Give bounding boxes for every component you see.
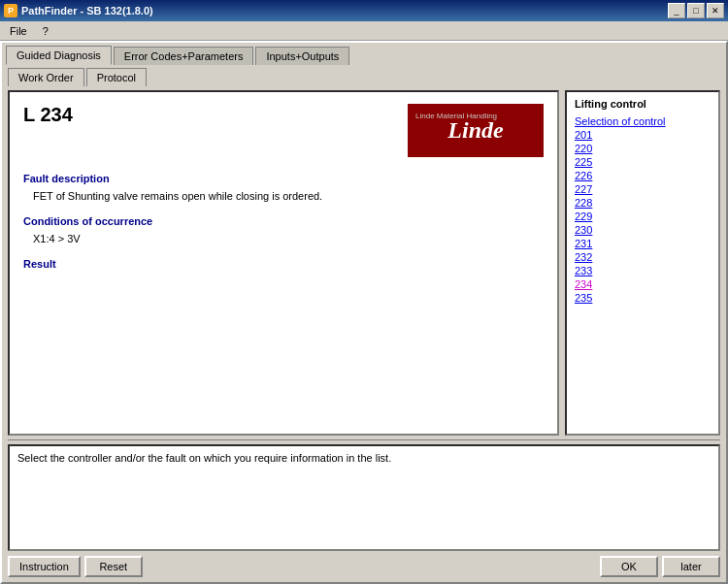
link-235[interactable]: 235 [575,292,711,304]
left-panel: L 234 Linde Material Handling Linde Faul… [8,90,559,436]
minimize-button[interactable]: _ [668,3,685,18]
later-button[interactable]: later [662,556,720,577]
fault-description-label: Fault description [23,173,544,184]
link-231[interactable]: 231 [575,238,711,249]
right-panel-title: Lifting control [575,98,711,110]
tab-error-codes[interactable]: Error Codes+Parameters [114,47,254,65]
bottom-text: Select the controller and/or the fault o… [17,452,391,464]
linde-logo-small-text: Linde Material Handling [415,112,497,120]
device-id: L 234 [23,104,73,126]
device-header: L 234 Linde Material Handling Linde [23,104,544,157]
left-panel-scroll[interactable]: L 234 Linde Material Handling Linde Faul… [10,92,557,434]
link-234[interactable]: 234 [575,278,711,290]
link-227[interactable]: 227 [575,183,711,195]
reset-button[interactable]: Reset [84,556,143,577]
main-tab-row: Guided Diagnosis Error Codes+Parameters … [2,43,726,64]
ok-button[interactable]: OK [600,556,658,577]
tab-guided-diagnosis[interactable]: Guided Diagnosis [6,46,112,65]
linde-logo: Linde Material Handling Linde [408,104,544,157]
window-controls: _ □ ✕ [668,3,724,18]
tab-work-order[interactable]: Work Order [8,68,84,86]
sub-tab-row: Work Order Protocol [2,64,726,86]
link-220[interactable]: 220 [575,143,711,154]
close-button[interactable]: ✕ [707,3,724,18]
tab-inputs-outputs[interactable]: Inputs+Outputs [255,47,349,65]
bottom-section: Select the controller and/or the fault o… [8,444,720,551]
link-229[interactable]: 229 [575,211,711,222]
linde-logo-main-text: Linde [447,117,503,144]
tab-protocol[interactable]: Protocol [86,68,147,86]
result-label: Result [23,258,544,270]
window-title: PathFinder - SB 132(1.8.0) [21,5,153,16]
link-225[interactable]: 225 [575,156,711,168]
divider [8,439,720,440]
menu-bar: File ? [0,21,728,41]
menu-file[interactable]: File [4,23,33,39]
menu-help[interactable]: ? [37,23,54,39]
conditions-label: Conditions of occurrence [23,215,544,227]
maximize-button[interactable]: □ [687,3,705,18]
link-201[interactable]: 201 [575,129,711,141]
fault-description-text: FET of Shunting valve remains open while… [33,190,544,202]
title-bar-left: P PathFinder - SB 132(1.8.0) [4,4,153,17]
title-bar: P PathFinder - SB 132(1.8.0) _ □ ✕ [0,0,728,21]
content-area: L 234 Linde Material Handling Linde Faul… [2,86,726,439]
link-230[interactable]: 230 [575,224,711,236]
instruction-button[interactable]: Instruction [8,556,81,577]
right-panel[interactable]: Lifting control Selection of control 201… [565,90,720,436]
link-233[interactable]: 233 [575,265,711,276]
app-icon: P [4,4,17,17]
conditions-text: X1:4 > 3V [33,233,544,244]
button-row: Instruction Reset OK later [2,551,726,582]
selection-of-control-link[interactable]: Selection of control [575,115,711,127]
link-226[interactable]: 226 [575,170,711,181]
link-228[interactable]: 228 [575,197,711,209]
link-232[interactable]: 232 [575,251,711,263]
main-window: Guided Diagnosis Error Codes+Parameters … [0,41,728,584]
